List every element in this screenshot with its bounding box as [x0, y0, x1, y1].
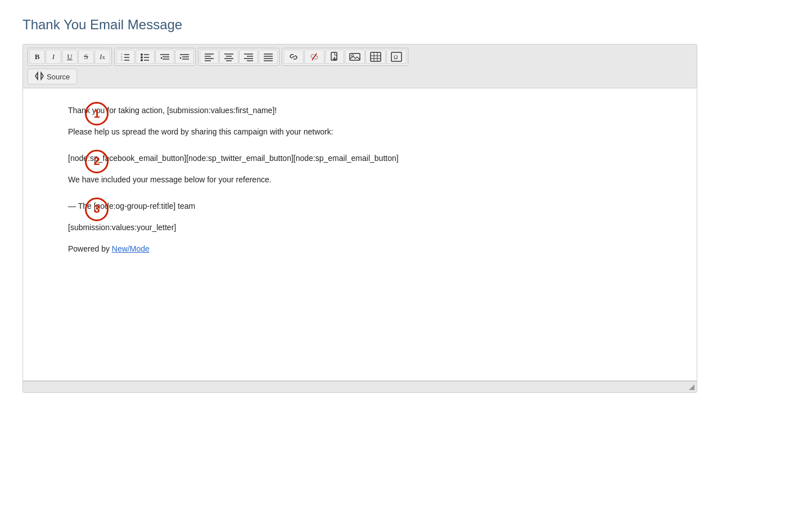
toolbar-group-format: B I U S Ix — [28, 48, 112, 66]
link-button[interactable] — [283, 50, 304, 64]
toolbar-row-1: B I U S Ix 123 — [28, 48, 692, 66]
align-left-button[interactable] — [200, 50, 219, 64]
align-right-button[interactable] — [239, 50, 258, 64]
annotation-2: 2 — [85, 150, 109, 173]
newmode-link[interactable]: New/Mode — [112, 244, 150, 253]
underline-button[interactable]: U — [62, 50, 78, 64]
source-icon — [35, 71, 44, 82]
source-label: Source — [47, 73, 70, 81]
toolbar-group-align — [198, 48, 279, 66]
italic-button[interactable]: I — [46, 50, 61, 64]
annotation-1: 1 — [85, 102, 109, 125]
ordered-list-button[interactable]: 123 — [116, 50, 135, 64]
svg-marker-19 — [180, 57, 182, 59]
remove-format-button[interactable]: Ix — [94, 50, 110, 64]
align-center-button[interactable] — [219, 50, 238, 64]
insert-image-button[interactable] — [345, 50, 365, 64]
insert-file-button[interactable] — [325, 50, 344, 64]
svg-marker-15 — [160, 57, 162, 59]
svg-point-11 — [141, 59, 143, 61]
unordered-list-button[interactable] — [136, 50, 155, 64]
bold-button[interactable]: B — [29, 50, 45, 64]
align-justify-button[interactable] — [259, 50, 278, 64]
svg-point-9 — [141, 53, 143, 56]
strikethrough-button[interactable]: S — [78, 50, 94, 64]
resize-handle[interactable] — [689, 384, 694, 390]
unlink-button[interactable] — [304, 50, 324, 64]
powered-by-text: Powered by — [68, 244, 112, 253]
svg-text:3: 3 — [121, 59, 123, 61]
annotation-block-1: 1 Thank you for taking action, [submissi… — [68, 100, 685, 138]
page-title: Thank You Email Message — [22, 17, 790, 33]
insert-table-button[interactable] — [366, 50, 386, 64]
content-line-3: [node:sp_facebook_email_button][node:sp_… — [68, 152, 685, 164]
outdent-button[interactable] — [155, 50, 174, 64]
svg-point-10 — [141, 56, 143, 59]
content-line-5: — The [node:og-group-ref:title] team — [68, 200, 685, 212]
svg-marker-50 — [41, 73, 43, 79]
editor-content[interactable]: 1 Thank you for taking action, [submissi… — [23, 88, 697, 381]
content-line-4: We have included your message below for … — [68, 173, 685, 186]
annotation-block-3: 3 — The [node:og-group-ref:title] team [… — [68, 195, 685, 256]
content-line-6: [submission:values:your_letter] — [68, 221, 685, 234]
toolbar: B I U S Ix 123 — [23, 44, 697, 88]
annotation-block-2: 2 [node:sp_facebook_email_button][node:s… — [68, 147, 685, 186]
content-line-2: Please help us spread the word by sharin… — [68, 125, 685, 138]
annotation-3: 3 — [85, 198, 109, 221]
indent-button[interactable] — [175, 50, 194, 64]
toolbar-group-list: 123 — [114, 48, 196, 66]
toolbar-row-2: Source — [28, 69, 692, 84]
source-button[interactable]: Source — [28, 69, 77, 84]
content-line-1: Thank you for taking action, [submission… — [68, 104, 685, 116]
svg-marker-49 — [35, 73, 38, 79]
svg-rect-42 — [371, 52, 381, 61]
insert-special-button[interactable]: Ω — [386, 50, 407, 64]
editor-wrapper: B I U S Ix 123 — [22, 44, 697, 393]
svg-text:Ω: Ω — [394, 54, 398, 60]
content-line-7: Powered by New/Mode — [68, 243, 685, 255]
toolbar-group-insert: Ω — [282, 48, 408, 66]
editor-statusbar — [23, 381, 697, 392]
svg-rect-40 — [350, 53, 360, 60]
